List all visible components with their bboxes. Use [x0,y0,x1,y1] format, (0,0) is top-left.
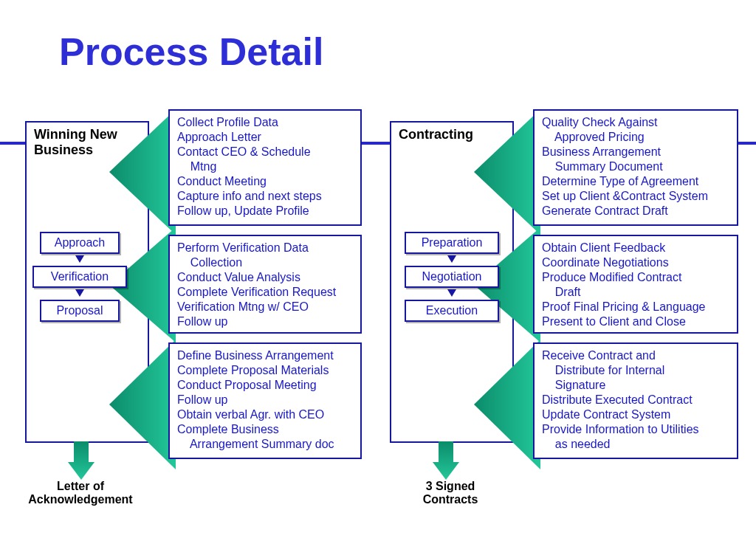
detail-line: Generate Contract Draft [542,204,729,218]
step-box-approach: Approach [40,232,120,254]
step-box-preparation: Preparation [405,232,499,254]
detail-line: Verification Mtng w/ CEO [177,300,353,314]
detail-line: Perform Verification Data [177,241,353,255]
detail-line: Define Business Arrangement [177,348,353,363]
detail-line: Collect Profile Data [177,115,353,130]
detail-line: Follow up [177,393,353,407]
svg-marker-7 [433,441,459,480]
detail-line: Mtng [177,159,353,174]
step-box-verification: Verification [32,266,127,288]
arrow-down-icon [75,289,84,297]
svg-marker-4 [474,109,540,235]
detail-line: Conduct Value Analysis [177,270,353,285]
detail-line: Obtain Client Feedback [542,241,729,255]
detail-line: Distribute Executed Contract [542,393,729,407]
output-label: 3 Signed Contracts [399,480,502,506]
svg-marker-6 [474,340,540,469]
detail-line: Complete Proposal Materials [177,363,353,378]
detail-line: Present to Client and Close [542,314,729,329]
arrow-down-icon [447,289,456,297]
detail-line: Determine Type of Agreement [542,174,729,189]
svg-marker-2 [109,340,176,469]
svg-marker-0 [109,109,176,235]
detail-line: Conduct Proposal Meeting [177,378,353,393]
detail-line: Summary Document [542,159,729,174]
detail-line: Produce Modified Contract [542,270,729,285]
detail-box-proposal: Define Business ArrangementComplete Prop… [168,342,362,459]
output-arrow-icon [433,441,459,480]
detail-line: Receive Contract and [542,348,729,363]
detail-line: Capture info and next steps [177,189,353,204]
detail-line: Approved Pricing [542,130,729,145]
slide: Process Detail Winning New Business Appr… [0,0,756,558]
detail-line: Arrangement Summary doc [177,437,353,452]
detail-line: Approach Letter [177,130,353,145]
output-arrow-icon [68,441,94,480]
detail-box-negotiation: Obtain Client FeedbackCoordinate Negotia… [533,235,738,334]
detail-line: Draft [542,285,729,300]
detail-line: Complete Verification Request [177,285,353,300]
detail-line: Follow up, Update Profile [177,204,353,218]
detail-line: Follow up [177,314,353,329]
detail-line: Business Arrangement [542,145,729,159]
detail-line: Coordinate Negotiations [542,255,729,270]
callout-wedge-icon [474,109,540,235]
output-text: 3 Signed Contracts [423,480,478,506]
detail-line: Contact CEO & Schedule [177,145,353,159]
arrow-down-icon [447,255,456,263]
callout-wedge-icon [109,340,176,469]
detail-line: Proof Final Pricing & Language [542,300,729,314]
detail-line: Collection [177,255,353,270]
detail-line: as needed [542,437,729,452]
page-title: Process Detail [59,30,323,74]
callout-wedge-icon [474,340,540,469]
callout-wedge-icon [109,109,176,235]
output-text: Letter of Acknowledgement [28,480,132,506]
timeline-bar [0,142,25,145]
detail-line: Signature [542,378,729,393]
detail-line: Set up Client &Contract System [542,189,729,204]
detail-box-verification: Perform Verification Data CollectionCond… [168,235,362,334]
detail-line: Update Contract System [542,407,729,422]
arrow-down-icon [75,255,84,263]
detail-line: Distribute for Internal [542,363,729,378]
detail-box-approach: Collect Profile DataApproach LetterConta… [168,109,362,226]
detail-line: Conduct Meeting [177,174,353,189]
step-box-proposal: Proposal [40,300,120,322]
output-label: Letter of Acknowledgement [18,480,143,506]
detail-box-execution: Receive Contract and Distribute for Inte… [533,342,738,459]
svg-marker-3 [68,441,94,480]
detail-box-preparation: Quality Check Against Approved PricingBu… [533,109,738,226]
detail-line: Complete Business [177,422,353,437]
detail-line: Obtain verbal Agr. with CEO [177,407,353,422]
detail-line: Provide Information to Utilities [542,422,729,437]
step-box-negotiation: Negotiation [405,266,499,288]
detail-line: Quality Check Against [542,115,729,130]
step-box-execution: Execution [405,300,499,322]
